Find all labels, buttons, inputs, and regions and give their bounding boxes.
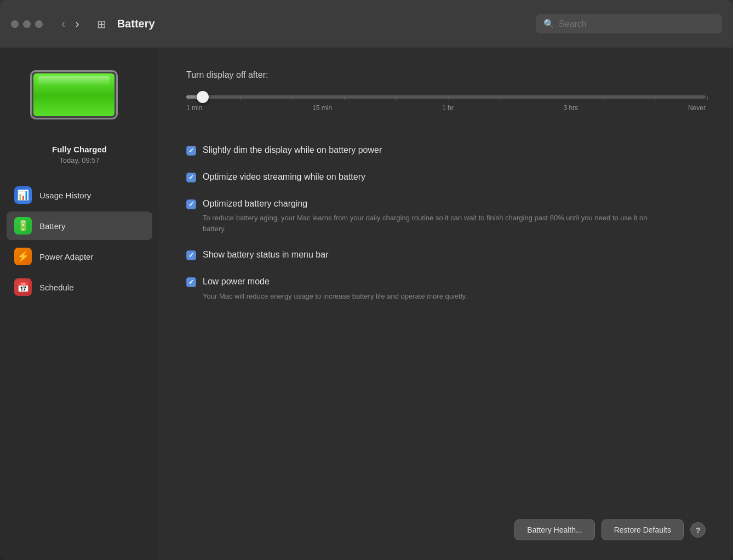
sidebar-item-usage-history[interactable]: 📊 Usage History xyxy=(7,181,152,209)
search-icon: 🔍 xyxy=(543,19,554,29)
checkbox-row-low-power: Low power mode Your Mac will reduce ener… xyxy=(186,268,706,309)
battery-shine xyxy=(38,76,110,86)
sidebar-item-power-adapter[interactable]: ⚡ Power Adapter xyxy=(7,242,152,271)
slider-label-1min: 1 min xyxy=(186,104,202,112)
battery-terminal xyxy=(117,85,118,104)
battery-health-button[interactable]: Battery Health... xyxy=(514,519,594,540)
system-preferences-window: ‹ › ⊞ Battery 🔍 Fully xyxy=(0,0,733,560)
maximize-button[interactable] xyxy=(35,20,43,28)
checkbox-label-optimized: Optimized battery charging xyxy=(203,199,307,208)
checkbox-label-show-status: Show battery status in menu bar xyxy=(203,250,328,259)
checkbox-content-optimized: Optimized battery charging To reduce bat… xyxy=(203,198,706,235)
nav-arrows: ‹ › xyxy=(58,16,83,32)
checkbox-label-video: Optimize video streaming while on batter… xyxy=(203,172,365,181)
slider-container: Turn display off after: xyxy=(186,70,706,117)
checkbox-dim-display[interactable] xyxy=(186,146,196,156)
checkbox-section: Slightly dim the display while on batter… xyxy=(186,137,706,309)
checkbox-label-low-power: Low power mode xyxy=(203,277,270,286)
schedule-icon: 📅 xyxy=(14,278,32,296)
tick-marks-svg xyxy=(188,93,708,101)
checkbox-desc-optimized: To reduce battery aging, your Mac learns… xyxy=(203,213,652,234)
slider-track[interactable] xyxy=(186,95,706,99)
checkbox-low-power[interactable] xyxy=(186,277,196,287)
checkbox-row-dim: Slightly dim the display while on batter… xyxy=(186,137,706,164)
slider-label-3hrs: 3 hrs xyxy=(563,104,578,112)
checkbox-show-status[interactable] xyxy=(186,250,196,260)
close-button[interactable] xyxy=(11,20,19,28)
battery-time: Today, 09:57 xyxy=(52,156,107,164)
battery-status-text: Fully Charged xyxy=(52,145,107,154)
bottom-actions: Battery Health... Restore Defaults ? xyxy=(514,519,706,540)
battery-body xyxy=(30,70,118,119)
checkbox-row-show-status: Show battery status in menu bar xyxy=(186,242,706,268)
titlebar: ‹ › ⊞ Battery 🔍 xyxy=(0,0,733,48)
sidebar: Fully Charged Today, 09:57 📊 Usage Histo… xyxy=(0,48,159,560)
checkbox-row-video: Optimize video streaming while on batter… xyxy=(186,164,706,191)
grid-icon[interactable]: ⊞ xyxy=(97,18,106,31)
checkbox-content-video: Optimize video streaming while on batter… xyxy=(203,172,706,183)
checkbox-wrapper-show-status xyxy=(186,249,196,260)
sidebar-item-label: Schedule xyxy=(39,283,74,292)
slider-thumb[interactable] xyxy=(197,91,209,103)
slider-label-1hr: 1 hr xyxy=(442,104,454,112)
sidebar-item-label: Usage History xyxy=(39,191,91,200)
checkbox-wrapper-video xyxy=(186,172,196,182)
slider-labels: 1 min 15 min 1 hr 3 hrs Never xyxy=(186,104,706,112)
battery-status: Fully Charged Today, 09:57 xyxy=(52,145,107,164)
main-content: Fully Charged Today, 09:57 📊 Usage Histo… xyxy=(0,48,733,560)
sidebar-item-schedule[interactable]: 📅 Schedule xyxy=(7,273,152,301)
checkbox-label-dim: Slightly dim the display while on batter… xyxy=(203,145,382,155)
battery-icon-container xyxy=(30,70,129,125)
minimize-button[interactable] xyxy=(23,20,31,28)
checkbox-wrapper-dim xyxy=(186,145,196,156)
checkbox-video-streaming[interactable] xyxy=(186,173,196,182)
sidebar-nav: 📊 Usage History 🔋 Battery ⚡ Power Adapte… xyxy=(0,181,159,304)
titlebar-title: Battery xyxy=(117,18,527,30)
battery-icon: 🔋 xyxy=(14,217,32,235)
restore-defaults-button[interactable]: Restore Defaults xyxy=(602,519,684,540)
slider-wrapper: 1 min 15 min 1 hr 3 hrs Never xyxy=(186,90,706,117)
slider-ticks xyxy=(186,95,706,99)
slider-label-15min: 15 min xyxy=(312,104,332,112)
window-controls xyxy=(11,20,43,28)
right-panel: Turn display off after: xyxy=(159,48,733,560)
power-adapter-icon: ⚡ xyxy=(14,248,32,265)
search-input[interactable] xyxy=(559,19,714,29)
checkbox-wrapper-optimized xyxy=(186,198,196,209)
checkbox-content-dim: Slightly dim the display while on batter… xyxy=(203,145,706,156)
help-button[interactable]: ? xyxy=(690,522,706,538)
checkbox-content-low-power: Low power mode Your Mac will reduce ener… xyxy=(203,276,706,301)
checkbox-optimized-charging[interactable] xyxy=(186,199,196,209)
sidebar-item-label: Battery xyxy=(39,221,66,231)
checkbox-desc-low-power: Your Mac will reduce energy usage to inc… xyxy=(203,291,652,302)
forward-button[interactable]: › xyxy=(72,16,82,32)
sidebar-item-label: Power Adapter xyxy=(39,252,93,261)
battery-graphic xyxy=(30,70,129,125)
slider-label-never: Never xyxy=(688,104,706,112)
slider-label: Turn display off after: xyxy=(186,70,706,80)
checkbox-row-optimized-charging: Optimized battery charging To reduce bat… xyxy=(186,191,706,242)
checkbox-content-show-status: Show battery status in menu bar xyxy=(203,249,706,261)
search-box[interactable]: 🔍 xyxy=(536,14,722,33)
sidebar-item-battery[interactable]: 🔋 Battery xyxy=(7,212,152,240)
checkbox-wrapper-low-power xyxy=(186,276,196,287)
back-button[interactable]: ‹ xyxy=(58,16,68,32)
usage-history-icon: 📊 xyxy=(14,186,32,204)
